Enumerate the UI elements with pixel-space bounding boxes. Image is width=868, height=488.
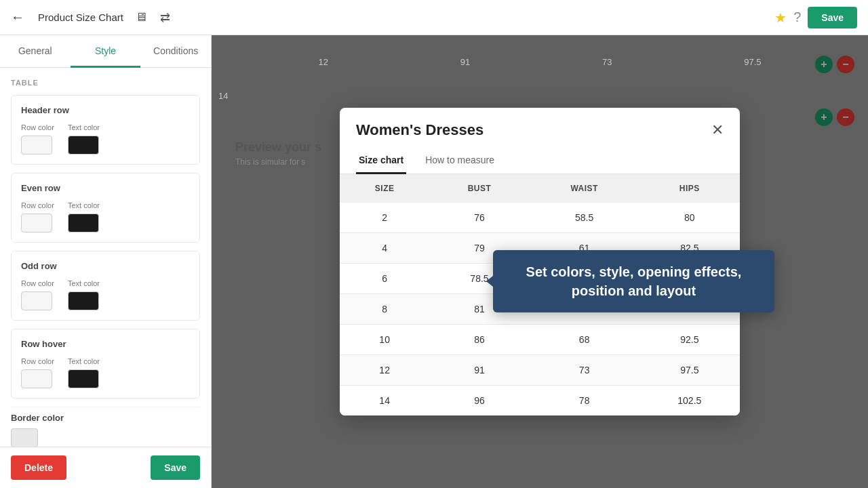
cell-size-14: 14 bbox=[340, 386, 429, 416]
hover-text-color-swatch[interactable] bbox=[68, 369, 99, 388]
cell-waist-14: 78 bbox=[530, 386, 639, 416]
tooltip-overlay: Set colors, style, opening effects, posi… bbox=[493, 250, 774, 312]
help-icon[interactable]: ? bbox=[793, 9, 801, 25]
col-hips: HIPS bbox=[639, 174, 740, 203]
border-section: Border color bbox=[11, 413, 200, 447]
even-row-section: Even row Row color Text color bbox=[11, 173, 200, 243]
preview-subtext: This is simular for s bbox=[235, 157, 321, 167]
odd-row-color-field: Row color bbox=[21, 279, 54, 310]
grid-val-3: 73 bbox=[602, 57, 612, 67]
cell-hips-12: 97.5 bbox=[639, 355, 740, 386]
sidebar-footer: Delete Save bbox=[0, 447, 211, 488]
hover-row-colors: Row color Text color bbox=[21, 357, 190, 388]
back-button[interactable]: ← bbox=[11, 9, 24, 25]
hover-text-color-label: Text color bbox=[68, 357, 100, 365]
cell-bust-10: 86 bbox=[429, 325, 529, 355]
grid-val-2: 91 bbox=[460, 57, 470, 67]
table-head: SIZE BUST WAIST HIPS bbox=[340, 174, 740, 203]
modal-title: Women's Dresses bbox=[356, 121, 484, 139]
even-row-colors: Row color Text color bbox=[21, 201, 190, 232]
modal-header: Women's Dresses ✕ bbox=[340, 108, 740, 139]
star-icon: ★ bbox=[774, 9, 787, 26]
even-text-color-label: Text color bbox=[68, 201, 100, 209]
table-row: 10 86 68 92.5 bbox=[340, 325, 740, 355]
odd-row-colors: Row color Text color bbox=[21, 279, 190, 310]
even-row-color-label: Row color bbox=[21, 201, 54, 209]
header-text-color-label: Text color bbox=[68, 123, 100, 131]
border-color-swatch[interactable] bbox=[11, 428, 38, 447]
hover-row-color-swatch[interactable] bbox=[21, 369, 52, 388]
hover-row-color-label: Row color bbox=[21, 357, 54, 365]
odd-text-color-field: Text color bbox=[68, 279, 100, 310]
grid-row: 12 91 73 97.5 bbox=[212, 57, 868, 67]
layout: General Style Conditions TABLE Header ro… bbox=[0, 35, 868, 488]
even-text-color-swatch[interactable] bbox=[68, 214, 99, 232]
divider bbox=[11, 407, 200, 407]
header-text-color-field: Text color bbox=[68, 123, 100, 155]
grid-val-1: 12 bbox=[318, 57, 328, 67]
table-row: 12 91 73 97.5 bbox=[340, 355, 740, 386]
header-row-colors: Row color Text color bbox=[21, 123, 190, 155]
even-row-color-field: Row color bbox=[21, 201, 54, 232]
cell-bust-14: 96 bbox=[429, 386, 529, 416]
cell-hips-2: 80 bbox=[639, 203, 740, 233]
delete-button[interactable]: Delete bbox=[11, 455, 66, 480]
cell-size-12: 12 bbox=[340, 355, 429, 386]
header-text-color-swatch[interactable] bbox=[68, 136, 99, 155]
odd-text-color-swatch[interactable] bbox=[68, 291, 99, 310]
tab-conditions[interactable]: Conditions bbox=[140, 36, 211, 68]
cell-hips-14: 102.5 bbox=[639, 386, 740, 416]
grid-val-4: 97.5 bbox=[744, 57, 761, 67]
cell-size-10: 10 bbox=[340, 325, 429, 355]
cell-waist-12: 73 bbox=[530, 355, 639, 386]
table-row: 2 76 58.5 80 bbox=[340, 203, 740, 233]
mobile-icon[interactable]: ⇄ bbox=[156, 8, 175, 27]
col-bust: BUST bbox=[429, 174, 529, 203]
odd-row-color-label: Row color bbox=[21, 279, 54, 287]
modal-tab-how-to-measure[interactable]: How to measure bbox=[422, 148, 497, 174]
section-table-label: TABLE bbox=[11, 79, 200, 87]
cell-bust-12: 91 bbox=[429, 355, 529, 386]
tooltip-line1: Set colors, style, opening effects, bbox=[526, 264, 742, 279]
main-area: 12 91 73 97.5 14 + − + − Preview your s … bbox=[212, 35, 868, 488]
hover-text-color-field: Text color bbox=[68, 357, 100, 388]
preview-block: Preview your s This is simular for s bbox=[235, 140, 321, 167]
table-row: 14 96 78 102.5 bbox=[340, 386, 740, 416]
header-row-title: Header row bbox=[21, 105, 190, 115]
tab-style[interactable]: Style bbox=[71, 36, 141, 68]
topbar-right: ★ ? Save bbox=[774, 7, 857, 28]
grid-row-14: 14 bbox=[218, 91, 228, 101]
cell-size-4: 4 bbox=[340, 233, 429, 264]
header-row-color-swatch[interactable] bbox=[21, 136, 52, 155]
tooltip-line2: position and layout bbox=[572, 283, 696, 298]
sidebar-tabs: General Style Conditions bbox=[0, 35, 211, 68]
cell-waist-2: 58.5 bbox=[530, 203, 639, 233]
topbar-icons: 🖥 ⇄ bbox=[132, 8, 175, 27]
table-header-row: SIZE BUST WAIST HIPS bbox=[340, 174, 740, 203]
header-row-section: Header row Row color Text color bbox=[11, 95, 200, 165]
cell-waist-10: 68 bbox=[530, 325, 639, 355]
header-row-color-label: Row color bbox=[21, 123, 54, 131]
save-button[interactable]: Save bbox=[151, 455, 200, 480]
odd-row-title: Odd row bbox=[21, 261, 190, 271]
even-text-color-field: Text color bbox=[68, 201, 100, 232]
save-button-top[interactable]: Save bbox=[808, 7, 857, 28]
hover-row-section: Row hover Row color Text color bbox=[11, 329, 200, 399]
odd-row-section: Odd row Row color Text color bbox=[11, 251, 200, 321]
border-label: Border color bbox=[11, 413, 200, 423]
tab-general[interactable]: General bbox=[0, 36, 71, 68]
modal-close-button[interactable]: ✕ bbox=[711, 121, 724, 139]
col-waist: WAIST bbox=[530, 174, 639, 203]
odd-row-color-swatch[interactable] bbox=[21, 291, 52, 310]
preview-heading: Preview your s bbox=[235, 140, 321, 155]
cell-hips-10: 92.5 bbox=[639, 325, 740, 355]
modal-tabs: Size chart How to measure bbox=[340, 147, 740, 174]
desktop-icon[interactable]: 🖥 bbox=[132, 8, 151, 27]
topbar: ← Product Size Chart 🖥 ⇄ ★ ? Save bbox=[0, 0, 868, 35]
even-row-title: Even row bbox=[21, 183, 190, 193]
modal-backdrop: Women's Dresses ✕ Size chart How to meas… bbox=[212, 35, 868, 488]
col-size: SIZE bbox=[340, 174, 429, 203]
sidebar-content: TABLE Header row Row color Text color bbox=[0, 68, 211, 447]
even-row-color-swatch[interactable] bbox=[21, 214, 52, 232]
modal-tab-size-chart[interactable]: Size chart bbox=[356, 148, 406, 174]
